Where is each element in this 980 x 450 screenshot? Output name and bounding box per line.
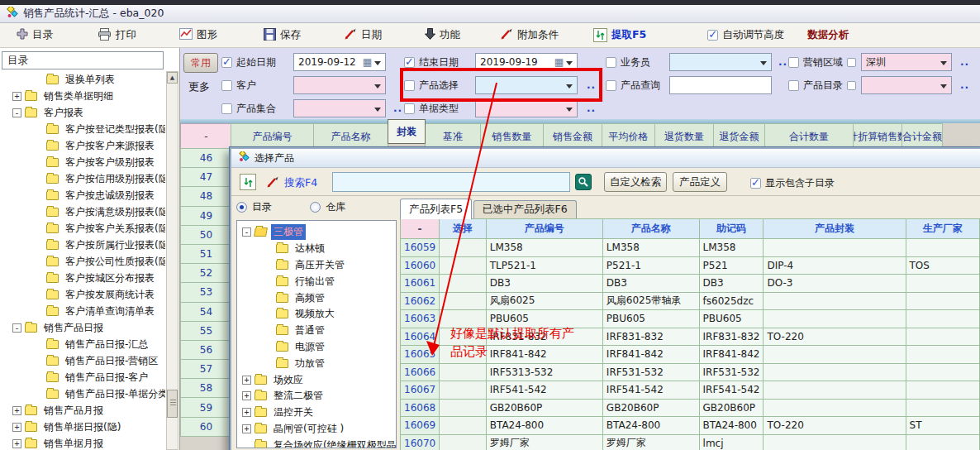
sidebar-tree-item[interactable]: 销售单据月报 (2, 435, 165, 450)
date-button[interactable]: 日期 (339, 26, 387, 45)
sidebar-tree-item[interactable]: 客户按客户级别报表 (2, 154, 165, 170)
bg-row-number[interactable]: 52 (180, 263, 232, 283)
product-set-dropdown[interactable] (293, 99, 386, 117)
category-tree-item[interactable]: 达林顿 (237, 241, 396, 257)
window-titlebar[interactable]: 销售产品统计-汇总 - eba_020 (0, 5, 980, 23)
product-row[interactable]: 16067 IRF541-542 IRF541-542 IRF541-542 (401, 381, 980, 400)
product-id[interactable]: 16059 (401, 239, 440, 257)
catalog-button[interactable]: 目录 (12, 26, 58, 45)
product-select-dropdown[interactable] (475, 76, 578, 94)
scrollbar-thumb[interactable] (167, 390, 178, 418)
doc-type-dropdown[interactable] (475, 99, 578, 117)
product-id[interactable]: 16062 (401, 292, 440, 310)
dropdown-arrow-icon[interactable] (940, 61, 947, 69)
search-magnifier-icon[interactable] (575, 174, 592, 190)
product-id[interactable]: 16065 (401, 346, 440, 364)
product-id[interactable]: 16070 (401, 434, 440, 450)
product-id[interactable]: 16067 (401, 381, 440, 400)
bg-column-header[interactable]: 退货金额 (713, 123, 765, 150)
bg-row-number[interactable]: 54 (180, 302, 232, 322)
sidebar-tree-item[interactable]: 销售类单据明细 (2, 88, 165, 104)
end-date-checkbox[interactable] (404, 57, 415, 68)
custom-search-button[interactable]: 自定义检索 (604, 172, 667, 192)
sidebar-tree-item[interactable]: 退换单列表 (2, 71, 165, 88)
product-catalog-checkbox[interactable] (788, 80, 799, 91)
sidebar-tree-item[interactable]: 客户按公司性质报表(隐) (2, 253, 165, 270)
region-checkbox[interactable] (788, 57, 799, 68)
dialog-titlebar[interactable]: 选择产品 (231, 149, 980, 168)
expand-toggle-icon[interactable] (12, 108, 21, 117)
dropdown-arrow-icon[interactable] (760, 61, 767, 69)
expand-toggle-icon[interactable] (12, 323, 21, 333)
start-date-input[interactable]: 2019-09-12 ▦ (293, 53, 386, 71)
bg-row-number[interactable]: 46 (180, 148, 232, 168)
auto-height-checkbox[interactable] (707, 30, 718, 41)
dropdown-arrow-icon[interactable] (940, 84, 947, 92)
sidebar-tree-item[interactable]: 客户按城区分布报表 (2, 270, 165, 286)
bg-row-number[interactable]: 51 (180, 244, 232, 264)
product-row[interactable]: 16065 IRF841-842 IRF841-842 IRF841-842 (401, 346, 980, 364)
expand-toggle-icon[interactable] (12, 92, 21, 101)
product-id[interactable]: 16068 (401, 399, 440, 417)
category-tree-item[interactable]: 三极管 (237, 224, 396, 241)
product-select-checkbox[interactable] (404, 80, 415, 91)
bg-row-number[interactable]: 58 (180, 378, 232, 398)
product-select-cell[interactable] (440, 292, 487, 310)
bg-column-header[interactable]: 平均价格 (602, 123, 655, 150)
bg-row-number[interactable]: 53 (180, 282, 232, 302)
salesman-dropdown[interactable] (669, 53, 772, 71)
customer-checkbox[interactable] (221, 80, 232, 91)
product-catalog-more-button[interactable]: .. (960, 79, 969, 91)
product-row[interactable]: 16064 IRF831-832 IRF831-832 IRF831-832 T… (401, 328, 980, 346)
column-header-code[interactable]: 产品编号 (486, 219, 602, 239)
product-row[interactable]: 16063 PBU605 PBU605 PBU605 (401, 310, 980, 328)
end-date-input[interactable]: 2019-09-19 ▦ (475, 53, 578, 71)
bg-table-corner[interactable]: - (180, 123, 232, 150)
product-catalog-dropdown[interactable] (861, 76, 952, 94)
dropdown-arrow-icon[interactable] (566, 84, 573, 92)
product-select-cell[interactable] (440, 310, 487, 328)
product-row[interactable]: 16062 风扇6025 风扇6025带轴承 fs6025dzc (401, 292, 980, 310)
product-select-cell[interactable] (440, 346, 487, 364)
bg-row-number[interactable]: 56 (180, 340, 232, 360)
category-tree-item[interactable]: 复合场效应(绝缘栅双极型晶体 (237, 437, 396, 448)
search-input[interactable] (332, 172, 570, 192)
column-header-mnemonic[interactable]: 助记码 (699, 219, 764, 239)
sidebar-tree-item[interactable]: 销售产品日报-单据分类 (2, 385, 165, 402)
category-tree-item[interactable]: 晶闸管(可控硅 ) (237, 421, 396, 438)
product-select-cell[interactable] (440, 434, 487, 450)
product-id[interactable]: 16061 (401, 275, 440, 293)
product-id[interactable]: 16069 (401, 417, 440, 435)
sidebar-tree-item[interactable]: 客户按信用级别报表(隐) (2, 170, 165, 187)
dropdown-arrow-icon[interactable] (566, 61, 573, 69)
catalog-radio[interactable] (236, 202, 247, 213)
product-select-cell[interactable] (440, 275, 487, 293)
sidebar-tree-item[interactable]: 销售产品月报 (2, 402, 165, 419)
show-subdir-checkbox[interactable] (750, 178, 761, 189)
doc-type-checkbox[interactable] (404, 103, 415, 114)
customer-dropdown[interactable] (293, 76, 386, 94)
product-id[interactable]: 16060 (401, 256, 440, 275)
sidebar-tree-item[interactable]: 客户按客户关系报表(隐) (2, 220, 165, 237)
bg-column-header[interactable]: 合计金额 (902, 123, 943, 150)
function-button[interactable]: 功能 (420, 26, 465, 45)
bg-column-header[interactable]: 产品名称 (313, 123, 388, 150)
product-set-checkbox[interactable] (221, 103, 232, 114)
product-row[interactable]: 16070 罗姆厂家 罗姆厂家 lmcj (401, 434, 980, 450)
bg-column-header[interactable]: 销售金额 (543, 123, 602, 150)
product-select-cell[interactable] (440, 417, 487, 435)
bg-column-header[interactable]: 销售数量 (480, 123, 544, 150)
print-button[interactable]: 打印 (93, 26, 141, 45)
product-query-checkbox[interactable] (606, 80, 616, 91)
expand-toggle-icon[interactable] (242, 376, 251, 385)
show-subdir-toggle[interactable]: 显示包含子目录 (750, 176, 835, 190)
product-define-button[interactable]: 产品定义 (673, 172, 727, 192)
category-tree-item[interactable]: 温控开关 (237, 405, 396, 421)
salesman-checkbox[interactable] (606, 57, 616, 68)
bg-row-number[interactable]: 57 (180, 359, 232, 379)
region-dropdown[interactable]: 深圳 (861, 53, 952, 71)
bg-column-header[interactable]: 封装 (388, 119, 426, 144)
sidebar-tree-item[interactable]: 客户按发展商统计表 (2, 286, 165, 303)
bg-row-number[interactable]: 60 (180, 417, 232, 437)
sidebar-tree-item[interactable]: 销售单据日报(隐) (2, 419, 165, 435)
